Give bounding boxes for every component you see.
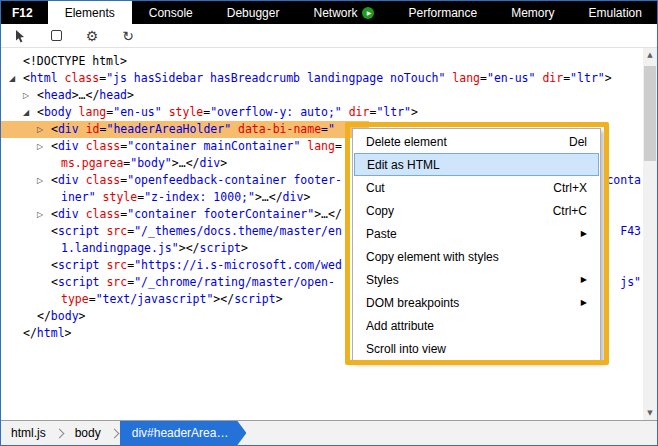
code-segment: "ltr" — [376, 105, 411, 119]
select-element-icon[interactable] — [11, 27, 29, 45]
code-segment: "container footerContainer" — [127, 207, 314, 221]
expand-arrow-icon[interactable]: ▷ — [37, 138, 51, 155]
code-segment: lang — [79, 105, 107, 119]
menu-item-label: Copy element with styles — [366, 250, 499, 264]
code-segment: html — [30, 71, 58, 85]
code-segment: < — [37, 105, 44, 119]
line-content: ▷<div class="container mainContainer" la… — [1, 138, 342, 155]
devtools-tab-bar: F12 ElementsConsoleDebuggerNetwork▶Perfo… — [1, 1, 657, 24]
tab-elements[interactable]: Elements — [48, 1, 132, 24]
code-segment: >…</ — [172, 156, 200, 170]
menu-item-shortcut: Ctrl+X — [553, 181, 587, 195]
menu-item-scroll-into-view[interactable]: Scroll into view — [353, 337, 600, 360]
tab-console[interactable]: Console — [132, 1, 210, 24]
code-segment: lang — [307, 139, 335, 153]
code-segment: id — [86, 122, 100, 136]
code-segment: "body" — [130, 156, 172, 170]
code-segment: < — [51, 173, 58, 187]
code-segment: >…</ — [72, 88, 100, 102]
scroll-up-icon[interactable]: ▲ — [643, 48, 657, 62]
network-play-icon: ▶ — [362, 7, 374, 19]
code-segment: script — [58, 224, 100, 238]
menu-item-paste[interactable]: Paste▶ — [353, 222, 600, 245]
menu-item-label: Styles — [366, 273, 399, 287]
code-segment: < — [51, 139, 58, 153]
line-content: ◢<body lang="en-us" style="overflow-y: a… — [1, 104, 418, 121]
menu-item-styles[interactable]: Styles▶ — [353, 268, 600, 291]
menu-item-shortcut: Del — [569, 135, 587, 149]
scrollbar-thumb[interactable] — [644, 66, 656, 161]
code-segment: > — [303, 190, 310, 204]
submenu-arrow-icon: ▶ — [581, 229, 587, 238]
code-segment: < — [23, 71, 30, 85]
line-content: ▷<head>…</head> — [1, 87, 134, 104]
highlight-region-icon[interactable] — [47, 27, 65, 45]
expand-arrow-icon[interactable]: ▷ — [23, 87, 37, 104]
code-segment: 1.landingpage.js" — [61, 241, 179, 255]
dom-tree-line[interactable]: ◢<html class="js hasSidebar hasBreadcrum… — [1, 70, 657, 87]
tab-network[interactable]: Network▶ — [296, 1, 391, 24]
breadcrumb-item-div-headerarea[interactable]: div#headerArea… — [120, 421, 247, 445]
code-segment: " — [328, 122, 335, 136]
breadcrumb-item-body[interactable]: body — [65, 421, 111, 445]
dom-tree-line[interactable]: ▷<head>…</head> — [1, 87, 657, 104]
code-segment: src — [106, 224, 127, 238]
vertical-scrollbar[interactable]: ▲ ▼ — [643, 48, 657, 420]
code-segment — [72, 105, 79, 119]
dom-refresh-icon[interactable]: ↻ — [119, 27, 137, 45]
code-segment: = — [335, 139, 342, 153]
code-segment: "https://i.s-microsoft.com/wed — [134, 258, 342, 272]
tab-performance[interactable]: Performance — [391, 1, 494, 24]
code-segment: style — [169, 105, 204, 119]
code-segment: conta — [606, 173, 641, 187]
tab-emulation[interactable]: Emulation — [572, 1, 658, 24]
code-segment: div — [58, 139, 79, 153]
menu-item-delete-element[interactable]: Delete elementDel — [353, 130, 600, 153]
tab-debugger[interactable]: Debugger — [210, 1, 297, 24]
collapse-arrow-icon[interactable]: ◢ — [23, 104, 37, 121]
line-content: ▷<div class="openfeedback-container foot… — [1, 172, 342, 189]
collapse-arrow-icon[interactable]: ◢ — [9, 70, 23, 87]
code-segment: < — [51, 258, 58, 272]
line-content: 1.landingpage.js"></script> — [1, 240, 248, 257]
code-segment: > — [605, 71, 612, 85]
code-segment — [58, 71, 65, 85]
code-segment: = — [480, 71, 487, 85]
code-segment: "en-us" — [113, 105, 161, 119]
code-segment: < — [51, 122, 58, 136]
code-segment — [231, 122, 238, 136]
code-segment: = — [89, 292, 96, 306]
code-segment: script — [58, 258, 100, 272]
breadcrumb-bar: html.jsbodydiv#headerArea… — [1, 420, 657, 445]
dom-tree-line[interactable]: ◢<body lang="en-us" style="overflow-y: a… — [1, 104, 657, 121]
expand-arrow-icon[interactable]: ▷ — [37, 121, 51, 138]
code-segment: src — [106, 275, 127, 289]
code-segment: F43 — [620, 224, 641, 238]
code-segment: "ltr" — [570, 71, 605, 85]
settings-gear-icon[interactable]: ⚙ — [83, 27, 101, 45]
code-segment: class — [86, 139, 121, 153]
menu-item-label: Cut — [366, 181, 385, 195]
tab-label: Console — [149, 6, 193, 20]
code-segment: body — [44, 105, 72, 119]
menu-item-dom-breakpoints[interactable]: DOM breakpoints▶ — [353, 291, 600, 314]
code-segment: head — [99, 88, 127, 102]
scroll-down-icon[interactable]: ▼ — [643, 406, 657, 420]
breadcrumb-item-html-js[interactable]: html.js — [1, 421, 56, 445]
menu-item-cut[interactable]: CutCtrl+X — [353, 176, 600, 199]
code-segment: "en-us" — [487, 71, 535, 85]
line-content: ◢<html class="js hasSidebar hasBreadcrum… — [1, 70, 612, 87]
code-segment — [79, 139, 86, 153]
expand-arrow-icon[interactable]: ▷ — [37, 206, 51, 223]
dom-tree-line[interactable]: <!DOCTYPE html> — [1, 53, 657, 70]
menu-item-copy-element-with-styles[interactable]: Copy element with styles — [353, 245, 600, 268]
code-segment — [342, 105, 349, 119]
menu-item-add-attribute[interactable]: Add attribute — [353, 314, 600, 337]
code-segment — [162, 105, 169, 119]
tab-label: Memory — [511, 6, 554, 20]
menu-item-copy[interactable]: CopyCtrl+C — [353, 199, 600, 222]
line-content: </body> — [1, 308, 86, 325]
tab-memory[interactable]: Memory — [494, 1, 571, 24]
menu-item-edit-as-html[interactable]: Edit as HTML — [354, 153, 599, 176]
expand-arrow-icon[interactable]: ▷ — [37, 172, 51, 189]
